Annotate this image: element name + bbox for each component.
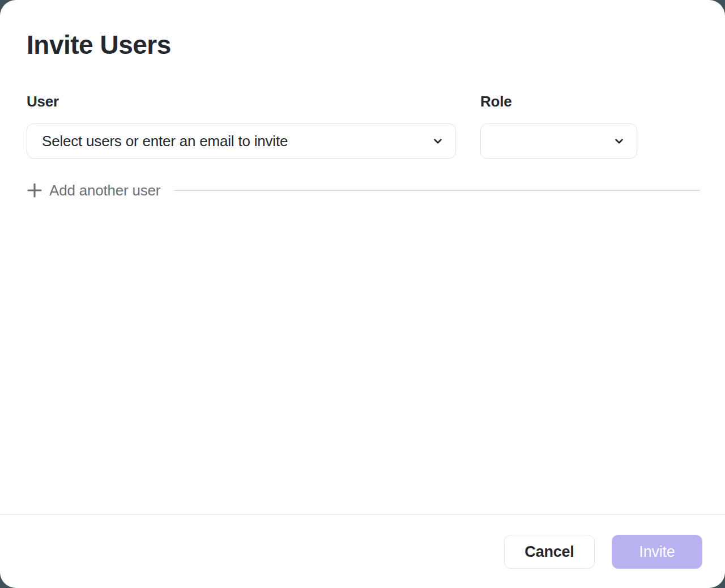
cancel-button[interactable]: Cancel: [504, 535, 595, 569]
invite-users-modal: Invite Users User Select users or enter …: [0, 0, 725, 588]
add-user-row: Add another user: [27, 180, 700, 201]
user-select-placeholder: Select users or enter an email to invite: [42, 133, 288, 150]
modal-title: Invite Users: [27, 29, 171, 60]
chevron-down-icon: [432, 135, 444, 147]
role-field-label: Role: [480, 93, 512, 110]
user-select[interactable]: Select users or enter an email to invite: [27, 123, 456, 159]
footer-divider: [0, 514, 725, 515]
add-another-user-label: Add another user: [49, 182, 160, 199]
plus-icon: [27, 182, 42, 198]
role-select[interactable]: [480, 123, 637, 159]
chevron-down-icon: [613, 135, 625, 147]
add-user-divider: [174, 190, 700, 191]
invite-button[interactable]: Invite: [612, 535, 702, 569]
user-field-label: User: [27, 93, 59, 110]
add-another-user-button[interactable]: Add another user: [27, 182, 160, 199]
